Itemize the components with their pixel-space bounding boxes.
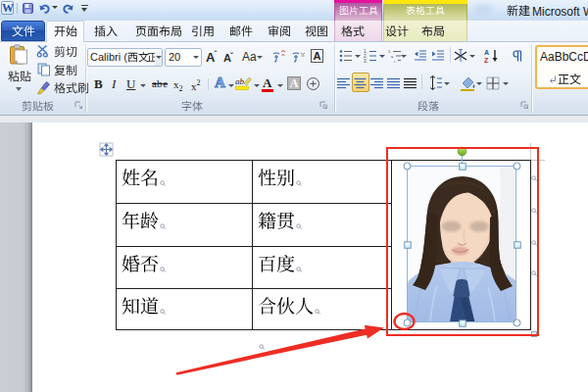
- svg-text:3.: 3.: [364, 59, 368, 63]
- svg-text:i.: i.: [394, 59, 396, 63]
- svg-text:Z: Z: [484, 57, 489, 64]
- svg-text:A: A: [484, 49, 489, 56]
- svg-text:ab: ab: [235, 76, 245, 86]
